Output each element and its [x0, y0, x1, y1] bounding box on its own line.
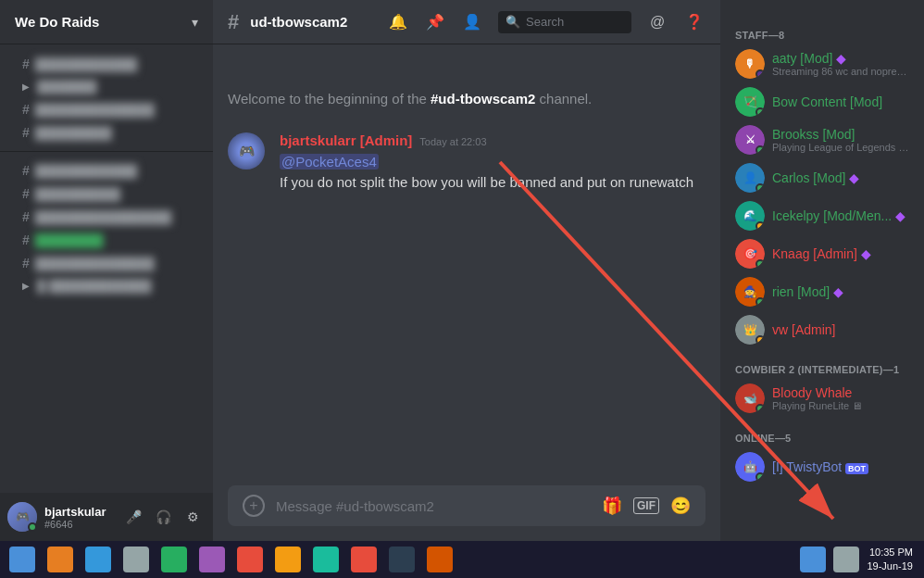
members-sidebar: STAFF—8 🎙 aaty [Mod] ◆ Streaming 86 wc a… — [720, 0, 924, 541]
member-info-bloodwhale: Bloody Whale Playing RuneLite 🖥 — [772, 385, 909, 411]
channel-hash-icon: # — [228, 10, 239, 34]
member-info-rien: rien [Mod] ◆ — [772, 284, 909, 299]
member-icekelpy[interactable]: 🌊 Icekelpy [Mod/Men... ◆ — [728, 197, 917, 234]
taskbar-item-10[interactable] — [345, 544, 382, 575]
username: bjartskular — [44, 505, 113, 519]
channel-item-1[interactable]: # ████████████ — [7, 53, 206, 75]
user-status-indicator — [28, 522, 37, 532]
channel-item-3[interactable]: # ██████████████ — [7, 98, 206, 120]
taskbar-item-4[interactable] — [118, 544, 155, 575]
channel-item-6[interactable]: # ██████████ — [7, 182, 206, 205]
badge-aaty: ◆ — [836, 51, 846, 66]
member-avatar-icekelpy: 🌊 — [735, 201, 765, 231]
search-icon: 🔍 — [506, 15, 520, 29]
help-icon[interactable]: ❓ — [683, 11, 705, 33]
taskbar-item-3[interactable] — [80, 544, 117, 575]
member-name-bowcontent: Bow Content [Mod] — [772, 94, 909, 109]
staff-section-header: STAFF—8 — [728, 15, 917, 44]
member-info-bowcontent: Bow Content [Mod] — [772, 94, 909, 109]
channel-item-2[interactable]: ▶ ███████ — [7, 76, 206, 97]
search-input[interactable] — [526, 15, 624, 29]
taskbar-item-6[interactable] — [194, 544, 231, 575]
member-avatar-twistybot: 🤖 — [735, 452, 765, 482]
message-input[interactable] — [276, 498, 591, 514]
status-knaag — [755, 259, 765, 269]
status-brookss — [755, 145, 765, 155]
chat-input-icons: 🎁 GIF 😊 — [602, 496, 691, 516]
member-activity-aaty: Streaming 86 wc and noprep s... — [772, 66, 909, 77]
mute-button[interactable]: 🎤 — [120, 504, 146, 530]
message-content-1: bjartskularr [Admin] Today at 22:03 @Poc… — [280, 132, 705, 194]
left-sidebar: We Do Raids ▾ # ████████████ ▶ ███████ #… — [0, 0, 213, 541]
member-aaty[interactable]: 🎙 aaty [Mod] ◆ Streaming 86 wc and nopre… — [728, 45, 917, 82]
member-vw[interactable]: 👑 vw [Admin] — [728, 311, 917, 348]
channel-welcome: Welcome to the beginning of the #ud-tbow… — [228, 59, 705, 132]
server-header[interactable]: We Do Raids ▾ — [0, 0, 213, 44]
notification-bell-icon[interactable]: 🔔 — [387, 11, 409, 33]
member-brookss[interactable]: ⚔ Brookss [Mod] Playing League of Legend… — [728, 121, 917, 158]
taskbar-item-11[interactable] — [383, 544, 420, 575]
channel-item-5[interactable]: # ████████████ — [7, 159, 206, 182]
channel-name-3: ██████████████ — [35, 103, 155, 117]
taskbar-system-icon2[interactable] — [833, 547, 859, 572]
channel-item-4[interactable]: # █████████ — [7, 121, 206, 144]
taskbar-system-icon[interactable] — [800, 547, 826, 572]
member-avatar-bowcontent: 🏹 — [735, 87, 765, 117]
member-name-bloodwhale: Bloody Whale — [772, 385, 909, 400]
avatar-image: 🎮 — [228, 132, 265, 170]
gift-icon[interactable]: 🎁 — [602, 496, 622, 516]
settings-button[interactable]: ⚙ — [180, 504, 206, 530]
taskbar-item-7[interactable] — [231, 544, 268, 575]
member-avatar-aaty: 🎙 — [735, 49, 765, 79]
member-name-rien: rien [Mod] ◆ — [772, 284, 909, 299]
channel-hash-3: # — [22, 102, 30, 117]
messages-area[interactable]: Welcome to the beginning of the #ud-tbow… — [213, 44, 720, 485]
member-rien[interactable]: 🧙 rien [Mod] ◆ — [728, 273, 917, 310]
at-icon[interactable]: @ — [646, 11, 668, 33]
deafen-button[interactable]: 🎧 — [150, 504, 176, 530]
status-carlos — [755, 183, 765, 193]
welcome-channel-name: #ud-tbowscam2 — [431, 91, 535, 107]
pin-icon[interactable]: 📌 — [424, 11, 446, 33]
taskbar-item-1[interactable] — [4, 544, 41, 575]
channel-hash-5: # — [22, 163, 30, 178]
taskbar-item-2[interactable] — [42, 544, 79, 575]
channel-item-8[interactable]: # ████████ — [7, 229, 206, 251]
status-bowcontent — [755, 107, 765, 117]
member-name-icekelpy: Icekelpy [Mod/Men... ◆ — [772, 208, 909, 223]
status-bloodwhale — [755, 404, 765, 413]
member-knaag[interactable]: 🎯 Knaag [Admin] ◆ — [728, 235, 917, 272]
channel-item-7[interactable]: # ████████████████ — [7, 206, 206, 228]
add-attachment-button[interactable]: + — [243, 495, 265, 517]
members-icon[interactable]: 👤 — [461, 11, 483, 33]
user-info: bjartskular #6646 — [44, 505, 113, 530]
member-bowcontent[interactable]: 🏹 Bow Content [Mod] — [728, 83, 917, 120]
taskbar-item-9[interactable] — [307, 544, 344, 575]
emoji-icon[interactable]: 😊 — [670, 496, 691, 516]
channel-item-9[interactable]: # ██████████████ — [7, 252, 206, 274]
member-info-aaty: aaty [Mod] ◆ Streaming 86 wc and noprep … — [772, 51, 909, 77]
taskbar-item-8[interactable] — [269, 544, 306, 575]
channel-list: # ████████████ ▶ ███████ # █████████████… — [0, 44, 213, 493]
search-bar[interactable]: 🔍 — [498, 11, 631, 33]
member-carlos[interactable]: 👤 Carlos [Mod] ◆ — [728, 159, 917, 196]
channel-item-10[interactable]: ▶ █ ████████████ — [7, 275, 206, 296]
status-vw — [755, 335, 765, 345]
channel-name-8: ████████ — [35, 233, 104, 247]
gif-icon[interactable]: GIF — [633, 497, 659, 514]
server-name: We Do Raids — [15, 14, 184, 30]
channel-name-5: ████████████ — [35, 164, 138, 178]
member-name-knaag: Knaag [Admin] ◆ — [772, 246, 909, 261]
channel-name-4: █████████ — [35, 126, 112, 140]
taskbar-item-12[interactable] — [421, 544, 458, 575]
member-twistybot[interactable]: 🤖 [I] TwistyBot BOT — [728, 448, 917, 485]
message-avatar-bjartskularr: 🎮 — [228, 132, 265, 170]
expand-arrow-2: ▶ — [22, 82, 30, 92]
member-avatar-bloodwhale: 🐋 — [735, 383, 765, 413]
member-bloodwhale[interactable]: 🐋 Bloody Whale Playing RuneLite 🖥 — [728, 380, 917, 417]
taskbar-item-5[interactable] — [156, 544, 193, 575]
member-name-brookss: Brookss [Mod] — [772, 127, 909, 142]
taskbar: 10:35 PM 19-Jun-19 — [0, 541, 924, 578]
header-icons: 🔔 📌 👤 🔍 @ ❓ — [387, 11, 705, 33]
taskbar-time: 10:35 PM — [867, 546, 913, 559]
